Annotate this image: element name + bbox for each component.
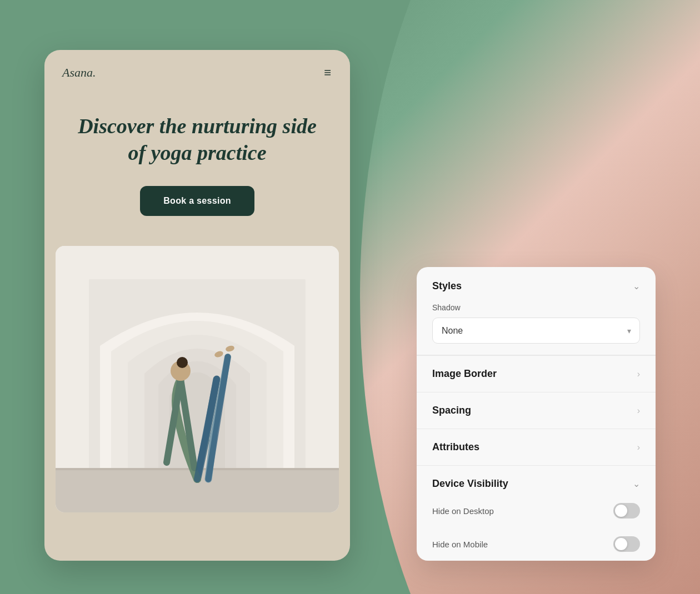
hero-section: Discover the nurturing side of yoga prac…	[44, 91, 350, 233]
hero-image-container	[56, 246, 339, 512]
hide-desktop-row: Hide on Desktop	[417, 494, 656, 527]
hide-mobile-label: Hide on Mobile	[432, 540, 488, 549]
site-logo: Asana.	[62, 66, 96, 80]
hide-mobile-toggle[interactable]	[613, 536, 640, 552]
spacing-chevron-icon: ›	[637, 406, 640, 416]
settings-panel: Styles ⌄ Shadow None Small Medium Large …	[417, 267, 656, 561]
hide-mobile-row: Hide on Mobile	[417, 527, 656, 561]
spacing-section[interactable]: Spacing ›	[417, 392, 656, 429]
mobile-navbar: Asana. ≡	[44, 50, 350, 91]
styles-section: Styles ⌄ Shadow None Small Medium Large	[417, 267, 656, 355]
shadow-row: Shadow None Small Medium Large	[417, 301, 656, 355]
hero-title: Discover the nurturing side of yoga prac…	[67, 113, 328, 166]
attributes-section[interactable]: Attributes ›	[417, 429, 656, 465]
device-visibility-chevron-icon: ⌄	[633, 479, 640, 489]
yoga-illustration	[56, 246, 339, 512]
main-scene: Asana. ≡ Discover the nurturing side of …	[44, 33, 656, 561]
device-visibility-section: Device Visibility ⌄ Hide on Desktop Hide…	[417, 465, 656, 561]
hide-desktop-toggle[interactable]	[613, 503, 640, 519]
shadow-select-wrapper: None Small Medium Large	[432, 318, 640, 344]
shadow-select[interactable]: None Small Medium Large	[432, 318, 640, 344]
image-border-title: Image Border	[432, 368, 497, 380]
hide-desktop-label: Hide on Desktop	[432, 506, 494, 516]
device-visibility-header[interactable]: Device Visibility ⌄	[417, 466, 656, 494]
styles-header[interactable]: Styles ⌄	[417, 267, 656, 301]
attributes-title: Attributes	[432, 441, 479, 453]
svg-point-11	[177, 357, 188, 368]
yoga-scene	[56, 246, 339, 512]
styles-chevron-icon: ⌄	[633, 281, 640, 291]
styles-title: Styles	[432, 280, 462, 292]
image-border-section[interactable]: Image Border ›	[417, 355, 656, 392]
device-visibility-title: Device Visibility	[432, 478, 508, 490]
book-session-button[interactable]: Book a session	[140, 186, 254, 216]
mobile-preview-card: Asana. ≡ Discover the nurturing side of …	[44, 50, 350, 561]
shadow-label: Shadow	[432, 303, 640, 312]
image-border-chevron-icon: ›	[637, 369, 640, 379]
hamburger-icon[interactable]: ≡	[324, 66, 332, 80]
spacing-title: Spacing	[432, 405, 471, 416]
attributes-chevron-icon: ›	[637, 442, 640, 452]
